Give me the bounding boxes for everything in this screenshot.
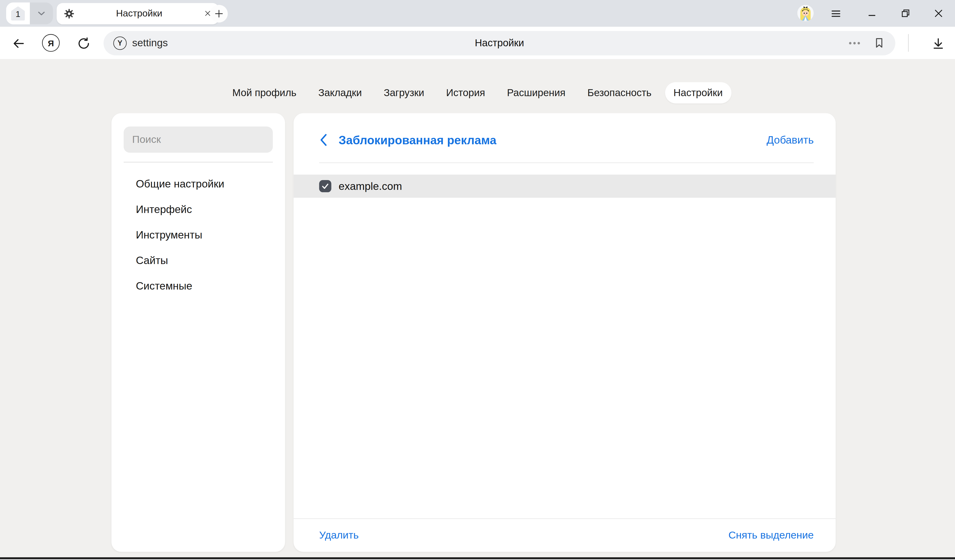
sidebar-item-tools[interactable]: Инструменты — [111, 222, 285, 248]
url-text: settings — [132, 37, 168, 49]
add-button[interactable]: Добавить — [767, 134, 814, 147]
site-favicon-y-icon: Y — [113, 36, 127, 50]
sidebar-item-label: Общие настройки — [136, 178, 224, 190]
url-bar[interactable]: Y settings Настройки — [103, 31, 895, 55]
more-options-icon[interactable] — [847, 36, 862, 50]
app-root: 1 — [0, 0, 955, 560]
deselect-button[interactable]: Снять выделение — [728, 529, 814, 541]
back-button[interactable] — [11, 36, 25, 51]
restore-button[interactable] — [900, 8, 912, 20]
panel-footer: Удалить Снять выделение — [319, 519, 814, 552]
minimize-icon — [867, 8, 878, 19]
hamburger-icon — [830, 8, 841, 19]
chevron-left-icon — [319, 133, 328, 147]
window-bottom-border — [0, 559, 955, 560]
nav-tab-security[interactable]: Безопасность — [579, 82, 660, 103]
row-checkbox[interactable] — [319, 180, 331, 192]
back-arrow-icon — [11, 36, 25, 50]
nav-tab-settings-active[interactable]: Настройки — [665, 82, 731, 103]
nav-tab-label: Настройки — [673, 87, 723, 98]
reload-icon — [77, 36, 91, 50]
panel-back-button[interactable] — [319, 133, 331, 147]
tab-strip: 1 — [0, 0, 955, 27]
yandex-home-button[interactable]: Я — [42, 34, 60, 52]
tab-count-label: 1 — [10, 6, 26, 22]
close-window-button[interactable] — [933, 8, 945, 20]
nav-tab-label: Закладки — [318, 87, 362, 98]
tab-title: Настройки — [74, 8, 204, 19]
settings-sidebar: Общие настройки Интерфейс Инструменты Са… — [111, 113, 285, 552]
tab-group-dropdown-button[interactable] — [30, 2, 53, 24]
nav-tab-label: История — [446, 87, 485, 98]
chevron-down-icon — [36, 8, 47, 19]
nav-tab-profile[interactable]: Мой профиль — [224, 82, 305, 103]
new-tab-button[interactable] — [210, 5, 228, 22]
sidebar-item-interface[interactable]: Интерфейс — [111, 197, 285, 222]
blocked-ads-panel: Заблокированная реклама Добавить example… — [294, 113, 836, 552]
row-domain-label: example.com — [338, 180, 402, 193]
tab-group-count-button[interactable]: 1 — [6, 2, 30, 24]
toolbar-divider — [908, 34, 909, 52]
close-icon — [933, 8, 944, 19]
nav-tab-history[interactable]: История — [438, 82, 494, 103]
sidebar-divider — [124, 162, 273, 163]
bookmark-icon[interactable] — [873, 36, 886, 49]
nav-tab-label: Расширения — [507, 87, 565, 98]
nav-tab-label: Безопасность — [587, 87, 651, 98]
sidebar-item-system[interactable]: Системные — [111, 273, 285, 299]
check-icon — [321, 182, 329, 190]
nav-tab-label: Мой профиль — [232, 87, 296, 98]
nav-tab-label: Загрузки — [384, 87, 424, 98]
panel-header-divider — [319, 162, 814, 163]
avatar-girl-icon — [797, 5, 814, 21]
panel-header: Заблокированная реклама Добавить — [319, 128, 814, 152]
search-input[interactable] — [124, 126, 273, 153]
restore-window-icon — [900, 8, 911, 19]
delete-button[interactable]: Удалить — [319, 529, 359, 541]
download-icon — [931, 36, 945, 50]
avatar[interactable] — [797, 5, 814, 21]
minimize-button[interactable] — [866, 8, 878, 20]
nav-tab-downloads[interactable]: Загрузки — [375, 82, 433, 103]
blocked-ad-row[interactable]: example.com — [294, 175, 836, 198]
tab-group-control[interactable]: 1 — [6, 2, 53, 24]
menu-button[interactable] — [830, 8, 842, 20]
page-title: Настройки — [103, 31, 895, 55]
toolbar: Я Y settings Настройки — [0, 27, 955, 59]
sidebar-item-general[interactable]: Общие настройки — [111, 171, 285, 197]
browser-tab-settings[interactable]: Настройки — [56, 3, 219, 24]
nav-tab-bookmarks[interactable]: Закладки — [310, 82, 371, 103]
sidebar-list: Общие настройки Интерфейс Инструменты Са… — [111, 171, 285, 299]
sidebar-item-label: Инструменты — [136, 228, 202, 241]
sidebar-item-label: Сайты — [136, 254, 168, 267]
reload-button[interactable] — [76, 36, 91, 51]
sidebar-item-sites[interactable]: Сайты — [111, 248, 285, 273]
plus-icon — [214, 9, 224, 18]
gear-icon — [64, 8, 74, 19]
downloads-button[interactable] — [931, 36, 945, 51]
sidebar-item-label: Интерфейс — [136, 203, 192, 216]
panel-title: Заблокированная реклама — [338, 133, 496, 147]
browser-window: 1 — [0, 0, 955, 560]
settings-nav-tabs: Мой профиль Закладки Загрузки История Ра… — [0, 82, 955, 103]
sidebar-item-label: Системные — [136, 279, 193, 292]
nav-tab-extensions[interactable]: Расширения — [498, 82, 574, 103]
